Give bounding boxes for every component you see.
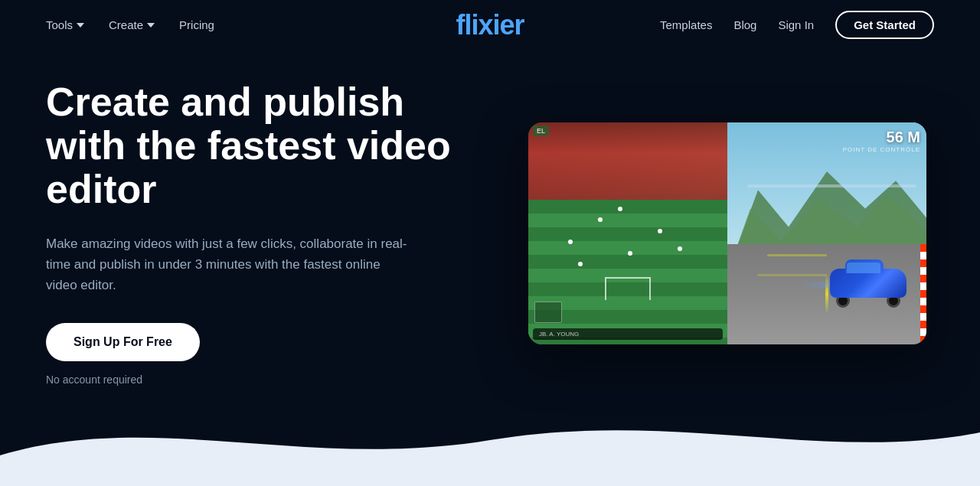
minimap [534, 302, 562, 323]
nav-tools[interactable]: Tools [46, 18, 84, 31]
signup-button[interactable]: Sign Up For Free [46, 323, 200, 361]
nav-signin[interactable]: Sign In [778, 18, 814, 31]
road-center-line [825, 274, 828, 314]
hero-subtitle: Make amazing videos with just a few clic… [46, 233, 413, 296]
get-started-button[interactable]: Get Started [835, 11, 934, 39]
hero-content: Create and publish with the fastest vide… [46, 80, 475, 386]
racing-car [830, 269, 906, 311]
hero-section: Create and publish with the fastest vide… [0, 50, 980, 386]
wave-svg [0, 394, 980, 486]
bridge [747, 184, 916, 188]
player-dot [628, 251, 632, 256]
checkpoint-label: POINT DE CONTRÔLE [843, 146, 920, 153]
team-indicator: EL [533, 126, 549, 136]
video-panel-racing: 56 M POINT DE CONTRÔLE [727, 122, 926, 344]
player-name: JB. A. YOUNG [539, 331, 579, 338]
nav-right: Templates Blog Sign In Get Started [660, 11, 934, 39]
no-account-text: No account required [46, 373, 475, 386]
chevron-down-icon [77, 23, 84, 28]
motion-blur [799, 282, 830, 288]
windshield [847, 263, 880, 273]
navbar: Tools Create Pricing flixier Templates B… [0, 0, 980, 50]
car-body [830, 269, 906, 298]
wave-section [0, 394, 980, 486]
video-preview-container: JB. A. YOUNG EL [528, 122, 926, 344]
nav-blog[interactable]: Blog [733, 18, 756, 31]
speed-display: 56 M [843, 129, 920, 146]
speed-hud: 56 M POINT DE CONTRÔLE [843, 129, 920, 153]
player-hud: JB. A. YOUNG [533, 328, 723, 340]
safety-barrier [920, 244, 926, 344]
chevron-down-icon [147, 23, 155, 28]
player-dot [618, 207, 622, 211]
player-dot [678, 246, 682, 251]
video-panel-soccer: JB. A. YOUNG EL [528, 122, 727, 344]
hero-title: Create and publish with the fastest vide… [46, 80, 475, 212]
hero-video-preview: JB. A. YOUNG EL [521, 122, 934, 344]
crowd-background [528, 122, 727, 201]
logo[interactable]: flixier [456, 9, 524, 41]
nav-create[interactable]: Create [109, 18, 155, 31]
nav-left: Tools Create Pricing [46, 18, 214, 31]
player-dot [658, 229, 662, 233]
nav-templates[interactable]: Templates [660, 18, 712, 31]
nav-pricing[interactable]: Pricing [179, 18, 214, 31]
goal-post [605, 277, 651, 300]
